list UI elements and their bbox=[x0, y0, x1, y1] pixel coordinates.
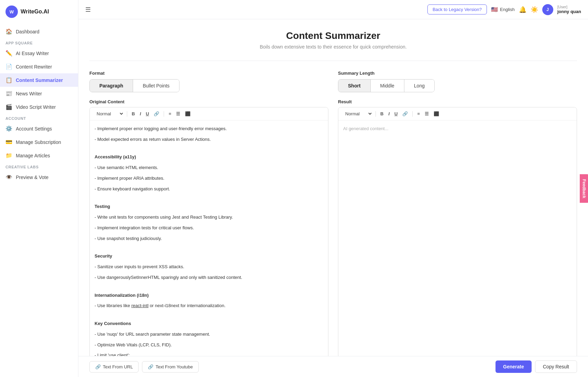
sidebar-item-account-settings[interactable]: ⚙️ Account Settings bbox=[0, 122, 78, 135]
summary-length-group: Short Middle Long bbox=[338, 79, 435, 92]
articles-icon: 📁 bbox=[6, 152, 12, 159]
sidebar-item-video-script-writer[interactable]: 🎬 Video Script Writer bbox=[0, 100, 78, 114]
result-underline-button[interactable]: U bbox=[393, 110, 399, 117]
sidebar-item-content-summarizer[interactable]: 📋 Content Summarizer bbox=[0, 73, 78, 87]
format-bullet-points-button[interactable]: Bullet Points bbox=[133, 80, 179, 92]
format-section: Format Paragraph Bullet Points bbox=[89, 71, 328, 92]
editors-container: Original Content Normal Heading 1 Headin… bbox=[89, 99, 577, 356]
page-title: Content Summarizer bbox=[89, 30, 577, 41]
summary-long-button[interactable]: Long bbox=[404, 80, 434, 92]
menu-icon[interactable]: ☰ bbox=[85, 6, 91, 13]
subscription-icon: 💳 bbox=[6, 139, 12, 145]
original-content-editor: Normal Heading 1 Heading 2 B I U 🔗 ≡ ☰ ⬛ bbox=[89, 107, 328, 356]
result-col: Result Normal Heading 1 Heading 2 B I U … bbox=[338, 99, 577, 356]
notification-icon[interactable]: 🔔 bbox=[519, 6, 526, 13]
ordered-list-button[interactable]: ≡ bbox=[167, 110, 173, 117]
logo-text: WriteGo.AI bbox=[21, 9, 49, 15]
generate-button[interactable]: Generate bbox=[496, 360, 532, 373]
sidebar-item-preview-vote[interactable]: 👁️ Preview & Vote bbox=[0, 170, 78, 184]
sidebar-item-label: Preview & Vote bbox=[16, 175, 48, 180]
sidebar-item-dashboard[interactable]: 🏠 Dashboard bbox=[0, 25, 78, 38]
theme-icon[interactable]: ☀️ bbox=[531, 6, 538, 13]
language-selector[interactable]: 🇺🇸 English bbox=[491, 6, 515, 13]
result-toolbar: Normal Heading 1 Heading 2 B I U 🔗 ≡ ☰ ⬛ bbox=[338, 107, 577, 121]
summarizer-icon: 📋 bbox=[6, 77, 12, 83]
result-unordered-list-button[interactable]: ☰ bbox=[423, 110, 431, 117]
sidebar-item-label: Account Settings bbox=[16, 126, 52, 132]
sidebar-item-label: Video Script Writer bbox=[16, 104, 56, 110]
dashboard-icon: 🏠 bbox=[6, 28, 12, 35]
text-from-youtube-button[interactable]: 🔗 Text From Youtube bbox=[142, 361, 198, 373]
youtube-icon: 🔗 bbox=[148, 364, 153, 369]
original-content-label: Original Content bbox=[89, 99, 328, 107]
align-button[interactable]: ⬛ bbox=[183, 110, 192, 117]
format-paragraph-button[interactable]: Paragraph bbox=[90, 80, 133, 92]
legacy-version-button[interactable]: Back to Legacy Version? bbox=[427, 4, 487, 14]
link-icon: 🔗 bbox=[95, 364, 101, 369]
user-name: jonny quan bbox=[557, 9, 581, 14]
flag-icon: 🇺🇸 bbox=[491, 6, 498, 13]
language-label: English bbox=[500, 7, 515, 12]
user-info: [User] jonny quan bbox=[557, 5, 581, 14]
creative-section: CREATIVE LABS bbox=[0, 162, 78, 170]
result-ordered-list-button[interactable]: ≡ bbox=[415, 110, 422, 117]
bottom-left: 🔗 Text From URL 🔗 Text From Youtube bbox=[89, 361, 199, 373]
result-link-button[interactable]: 🔗 bbox=[401, 110, 410, 117]
original-format-select[interactable]: Normal Heading 1 Heading 2 bbox=[94, 110, 124, 117]
toolbar-sep-2 bbox=[164, 111, 164, 117]
sidebar-dashboard-label: Dashboard bbox=[16, 29, 40, 34]
user-label: [User] bbox=[557, 5, 581, 9]
preview-icon: 👁️ bbox=[6, 174, 12, 180]
sidebar-item-news-writer[interactable]: 📰 News Writer bbox=[0, 87, 78, 100]
sidebar: W WriteGo.AI 🏠 Dashboard APP SQUARE ✏️ A… bbox=[0, 0, 78, 377]
sidebar-item-label: Content Summarizer bbox=[16, 77, 63, 83]
sidebar-item-label: AI Essay Writer bbox=[16, 51, 49, 56]
summary-short-button[interactable]: Short bbox=[338, 80, 371, 92]
result-bold-button[interactable]: B bbox=[379, 110, 385, 117]
summary-middle-button[interactable]: Middle bbox=[371, 80, 404, 92]
app-square-section: APP SQUARE bbox=[0, 38, 78, 46]
original-toolbar: Normal Heading 1 Heading 2 B I U 🔗 ≡ ☰ ⬛ bbox=[90, 107, 328, 121]
link-button[interactable]: 🔗 bbox=[152, 110, 161, 117]
sidebar-item-label: Manage Subscription bbox=[16, 139, 61, 145]
topbar: ☰ Back to Legacy Version? 🇺🇸 English 🔔 ☀… bbox=[78, 0, 588, 19]
format-button-group: Paragraph Bullet Points bbox=[89, 79, 179, 92]
bottom-right: Generate Copy Result bbox=[496, 360, 577, 373]
toolbar-sep-3 bbox=[375, 111, 376, 117]
copy-result-button[interactable]: Copy Result bbox=[535, 360, 577, 373]
avatar[interactable]: J bbox=[542, 4, 553, 15]
summary-length-label: Summary Length bbox=[338, 71, 577, 76]
result-editor: Normal Heading 1 Heading 2 B I U 🔗 ≡ ☰ ⬛ bbox=[338, 107, 577, 356]
italic-button[interactable]: I bbox=[138, 110, 143, 117]
result-label: Result bbox=[338, 99, 577, 107]
sidebar-item-manage-articles[interactable]: 📁 Manage Articles bbox=[0, 149, 78, 162]
sidebar-item-ai-essay-writer[interactable]: ✏️ AI Essay Writer bbox=[0, 46, 78, 60]
text-from-youtube-label: Text From Youtube bbox=[155, 364, 193, 369]
underline-button[interactable]: U bbox=[144, 110, 151, 117]
text-from-url-label: Text From URL bbox=[103, 364, 133, 369]
divider bbox=[89, 61, 577, 61]
unordered-list-button[interactable]: ☰ bbox=[174, 110, 182, 117]
format-label: Format bbox=[89, 71, 328, 76]
sidebar-item-label: Manage Articles bbox=[16, 153, 50, 158]
topbar-left: ☰ bbox=[85, 6, 91, 13]
result-italic-button[interactable]: I bbox=[386, 110, 391, 117]
account-section: ACCOUNT bbox=[0, 114, 78, 122]
logo: W WriteGo.AI bbox=[0, 0, 78, 25]
summary-length-section: Summary Length Short Middle Long bbox=[338, 71, 577, 92]
essay-icon: ✏️ bbox=[6, 50, 12, 56]
text-from-url-button[interactable]: 🔗 Text From URL bbox=[89, 361, 139, 373]
video-icon: 🎬 bbox=[6, 104, 12, 110]
sidebar-item-manage-subscription[interactable]: 💳 Manage Subscription bbox=[0, 135, 78, 149]
original-content-col: Original Content Normal Heading 1 Headin… bbox=[89, 99, 328, 356]
feedback-tab[interactable]: Feedback bbox=[579, 174, 588, 203]
result-align-button[interactable]: ⬛ bbox=[432, 110, 441, 117]
sidebar-item-content-rewriter[interactable]: 📄 Content Rewriter bbox=[0, 60, 78, 73]
rewriter-icon: 📄 bbox=[6, 63, 12, 70]
sidebar-item-label: News Writer bbox=[16, 91, 42, 96]
original-content-body[interactable]: - Implement proper error logging and use… bbox=[90, 121, 328, 356]
result-format-select[interactable]: Normal Heading 1 Heading 2 bbox=[342, 110, 373, 117]
result-content-body[interactable]: AI generated content... bbox=[338, 121, 577, 356]
toolbar-sep-4 bbox=[412, 111, 413, 117]
bold-button[interactable]: B bbox=[130, 110, 137, 117]
